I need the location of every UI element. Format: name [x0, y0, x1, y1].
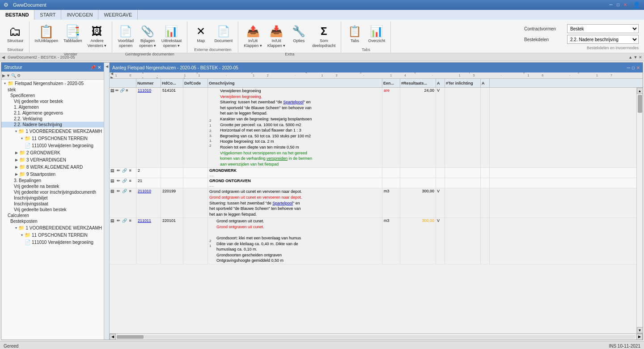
grondwerk-link-icon[interactable]: 🔗 — [122, 168, 127, 173]
row-edit-icon[interactable]: ✏ — [115, 88, 119, 93]
tree-item-vrij-voor-bestek[interactable]: Vrij gedeelte voor bestek — [1, 98, 104, 104]
scroll-up-btn[interactable]: ▲ — [637, 88, 643, 94]
tree-settings-icon[interactable]: ⚙ — [17, 73, 21, 78]
tree-item-3-bepalingen[interactable]: 3. Bepalingen — [1, 178, 104, 183]
scroll-down-btn[interactable]: ▼ — [637, 327, 643, 333]
tree-item-11-opschonen[interactable]: ▾ 📁 11 OPSCHONEN TERREIN — [1, 135, 104, 142]
tree-item-8-werk[interactable]: ▶ 📁 8 WERK ALGEMENE AARD — [1, 163, 104, 170]
tree-item-vrij-buiten-bestek[interactable]: Vrij gedeelte buiten bestek — [1, 207, 104, 213]
document-button[interactable]: 📄 Document — [212, 23, 234, 44]
structuur-button[interactable]: 🗂 Structuur — [5, 23, 25, 44]
opties-button[interactable]: 🔧 Opties — [289, 23, 309, 44]
doc-restore-icon[interactable]: □ — [632, 65, 635, 70]
bijlagen-button[interactable]: 📎 Bijlagenopenen ▾ — [137, 23, 158, 49]
tree-item-calc-1-voorber[interactable]: ▾ 📁 1 VOORBEREIDENDE WERKZAAMH — [1, 224, 104, 231]
tree-item-inschrijvingsbiljet[interactable]: Inschrijvingsbiljet — [1, 195, 104, 201]
uittrekstaat-button[interactable]: 📊 Uittrekstaatopenen ▾ — [160, 23, 184, 49]
grond-expand-icon[interactable]: ▤ — [110, 179, 114, 183]
doc-minimize-icon[interactable]: ─ — [627, 65, 630, 70]
row-link-icon[interactable]: 🔗 — [120, 88, 125, 93]
r211010-expand-icon[interactable]: ▤ — [110, 189, 114, 193]
r211011-edit-icon[interactable]: ✏ — [117, 218, 120, 223]
contractvormen-select[interactable]: Bestek — [567, 24, 639, 33]
nummer-link-211010[interactable]: 211010 — [138, 189, 151, 193]
structure-pin-icon[interactable]: 📌 — [90, 65, 96, 70]
doc-close-icon[interactable]: ✕ — [636, 65, 640, 70]
tree-item-root[interactable]: ▾ 📁 Fietspad Nergenshuizen - 2020-05 — [1, 80, 104, 87]
cell-a2-211011 — [481, 218, 490, 264]
in-uit-klappen-up-button[interactable]: 📤 In/UitKlappen ▾ — [242, 23, 264, 49]
panel-resize-handle[interactable]: ◀ — [104, 63, 110, 340]
grondwerk-calc-icon[interactable]: ≡ — [129, 168, 131, 173]
app-window-controls[interactable]: ─ □ ✕ 👤 — [608, 1, 640, 9]
andere-vensters-button[interactable]: 🖼 AndereVensters ▾ — [86, 23, 109, 49]
tree-item-bestekposten[interactable]: Bestekposten — [1, 218, 104, 224]
close-icon[interactable]: ✕ — [622, 1, 628, 8]
tree-item-specificeren[interactable]: Specificeren — [1, 93, 104, 98]
scroll-track[interactable] — [637, 94, 643, 327]
hscroll-thumb[interactable] — [117, 335, 144, 339]
tree-filter-icon[interactable]: 🔍 — [11, 73, 16, 78]
tree-item-calc-11-opsch[interactable]: ▾ 📁 11 OPSCHONEN TERREIN — [1, 231, 104, 238]
tree-item-2-grondwerk[interactable]: ▶ 📁 2 GRONDWERK — [1, 149, 104, 156]
tabbladen-button[interactable]: 📑 Tabbladen — [62, 23, 84, 44]
tabs-button[interactable]: 📋 Tabs — [345, 23, 364, 44]
som-deelopdracht-button[interactable]: Σ Somdeelopdracht — [310, 23, 337, 49]
minimize-icon[interactable]: ─ — [608, 1, 614, 8]
grond-link-icon[interactable]: 🔗 — [122, 179, 127, 183]
tab-bestand[interactable]: BESTAND — [0, 10, 34, 20]
nummer-link-211011[interactable]: 211011 — [138, 218, 151, 223]
grond-edit-icon[interactable]: ✏ — [117, 179, 120, 183]
scroll-thumb[interactable] — [638, 95, 642, 113]
table-scroll-area[interactable]: ▤ ✏ 🔗 ≡ 111010 514101 — [110, 88, 636, 333]
tree-item-3-verhardingen[interactable]: ▶ 📁 3 VERHARDINGEN — [1, 156, 104, 163]
structure-close-icon[interactable]: ✕ — [97, 65, 101, 70]
maximize-icon[interactable]: □ — [615, 1, 621, 8]
horizontal-scrollbar[interactable]: ◀ ▶ — [110, 333, 643, 340]
in-uitklappen-button[interactable]: 📋 In/Uitklappen — [33, 23, 60, 44]
tree-item-9-staart[interactable]: ▶ 📁 9 Staartposten — [1, 170, 104, 178]
hscroll-left-btn[interactable]: ◀ — [110, 334, 116, 340]
structure-panel-controls[interactable]: 📌 ✕ — [90, 65, 101, 70]
tree-item-calc-111010[interactable]: 📄 111010 Verwijderen begroeiing — [1, 238, 104, 246]
r211011-expand-icon[interactable]: ▤ — [110, 218, 114, 223]
tree-item-stek[interactable]: stek — [1, 87, 104, 93]
tree-collapse-icon[interactable]: ▼ — [6, 73, 10, 78]
tree-item-22-nadere[interactable]: 2.2. Nadere beschrijving — [1, 122, 104, 128]
grondwerk-edit-icon[interactable]: ✏ — [117, 168, 120, 173]
tree-item-inschrijvingsstaat[interactable]: Inschrijvingsstaat — [1, 201, 104, 207]
overzicht-button[interactable]: 📊 Overzicht — [366, 23, 387, 44]
tree-item-vrij-voor-insch[interactable]: Vrij gedeelte voor inschrijvingsdocument… — [1, 189, 104, 195]
row-expand-icon[interactable]: ▤ — [110, 88, 114, 93]
voorblad-button[interactable]: 📄 Voorbladopenen — [116, 23, 136, 49]
bestekdelen-label: Bestekdelen — [524, 37, 564, 42]
hscroll-track[interactable] — [117, 335, 636, 339]
r211010-edit-icon[interactable]: ✏ — [117, 189, 120, 193]
tree-expand-icon[interactable]: ▶ — [2, 73, 5, 78]
tree-item-1-voorbereidende[interactable]: ▾ 📁 1 VOORBEREIDENDE WERKZAAMH — [1, 128, 104, 135]
document-title-controls[interactable]: ─ □ ✕ — [627, 65, 640, 70]
tree-item-1-algemeen[interactable]: 1. Algemeen — [1, 104, 104, 110]
tree-item-22-verklaring[interactable]: 2.2. Verklaring — [1, 116, 104, 122]
r211011-link-icon[interactable]: 🔗 — [122, 218, 127, 223]
map-button[interactable]: ✕ Map — [191, 23, 211, 44]
grondwerk-expand-icon[interactable]: ▤ — [110, 168, 114, 173]
grond-calc-icon[interactable]: ≡ — [129, 179, 131, 183]
sub-toolbar-controls[interactable]: ▲ ▼ ✕ — [628, 55, 642, 60]
r211011-calc-icon[interactable]: ≡ — [129, 218, 131, 223]
bestekdelen-select[interactable]: 2.2. Nadere beschrijving — [567, 35, 639, 44]
tab-invoegen[interactable]: INVOEGEN — [61, 10, 98, 20]
nummer-link-111010[interactable]: 111010 — [138, 88, 151, 93]
tree-item-21-algemene[interactable]: 2.1. Algemene gegevens — [1, 110, 104, 116]
hscroll-right-btn[interactable]: ▶ — [636, 334, 643, 340]
tree-item-vrij-na-bestek[interactable]: Vrij gedeelte na bestek — [1, 183, 104, 189]
r211010-calc-icon[interactable]: ≡ — [129, 189, 131, 193]
tree-item-111010[interactable]: 📄 111010 Verwijderen begroeiing — [1, 142, 104, 149]
tree-item-calculeren[interactable]: Calculeren — [1, 213, 104, 218]
tab-weergave[interactable]: WEERGAVE — [98, 10, 138, 20]
row-calc-icon[interactable]: ≡ — [126, 88, 128, 93]
r211010-link-icon[interactable]: 🔗 — [122, 189, 127, 193]
vertical-scrollbar[interactable]: ▲ ▼ — [636, 88, 643, 333]
tab-start[interactable]: START — [34, 10, 61, 20]
in-uit-klappen-down-button[interactable]: 📥 In/UitKlappen ▾ — [266, 23, 288, 49]
